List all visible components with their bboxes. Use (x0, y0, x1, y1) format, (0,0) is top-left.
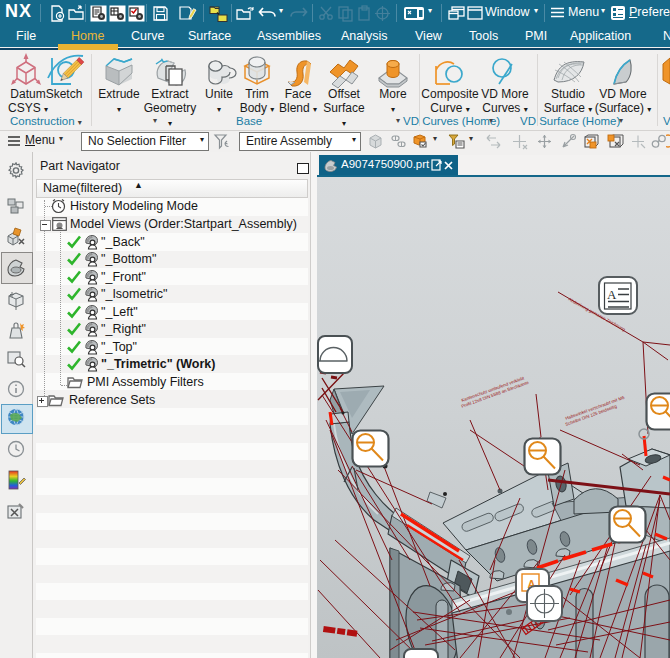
svg-text:A: A (607, 287, 617, 302)
